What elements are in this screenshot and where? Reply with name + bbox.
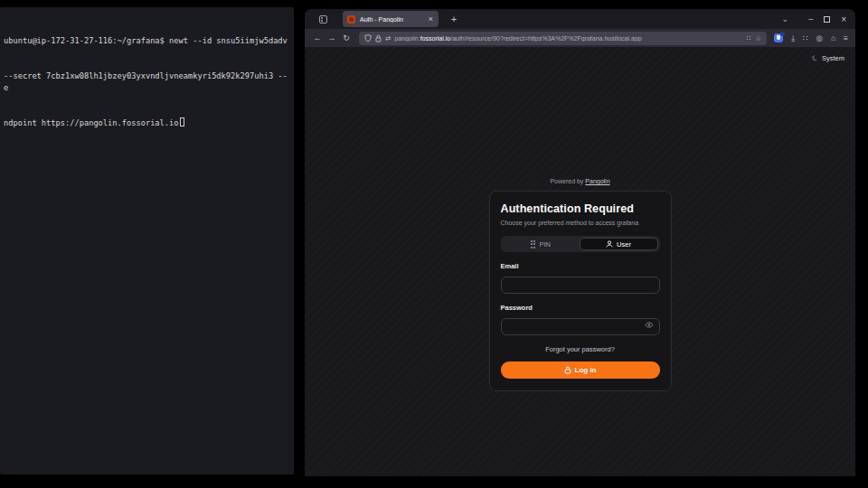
email-label: Email (501, 262, 660, 270)
email-field[interactable] (501, 277, 660, 294)
terminal-line: --secret 7cbz1xw08lh1jbzey03yxvndljvneam… (4, 70, 290, 94)
menu-icon[interactable]: ≡ (844, 33, 848, 42)
tracking-shield-icon[interactable] (364, 34, 372, 42)
profile-icon[interactable]: ◎ (816, 33, 822, 42)
screen: ubuntu@ip-172-31-27-116:~/grafana$ newt … (0, 0, 868, 488)
moon-icon: ☾ (810, 53, 819, 63)
theme-toggle-label: System (822, 54, 844, 62)
permissions-grid-icon[interactable]: ∷ (747, 34, 751, 42)
extensions-icon[interactable]: ⌂ (831, 33, 835, 42)
window-close-button[interactable]: × (841, 14, 846, 24)
terminal-line: ubuntu@ip-172-31-27-116:~/grafana$ newt … (4, 35, 290, 47)
navigation-bar: ← → ↻ ⇄ pangolin.fossorial.io/auth/resou… (305, 29, 855, 47)
swap-icon[interactable]: ⇄ (385, 34, 391, 42)
browser-window: Auth - Pangolin × + ⌄ – × ← → ↻ (305, 9, 855, 476)
bookmark-star-icon[interactable]: ☆ (756, 34, 762, 42)
page-content: ☾ System Powered by Pangolin Authenticat… (305, 47, 855, 476)
tab-title: Auth - Pangolin (360, 16, 428, 23)
password-field[interactable] (501, 318, 660, 335)
pangolin-favicon (347, 15, 355, 23)
card-title: Authentication Required (501, 202, 660, 215)
maximize-button[interactable] (824, 16, 830, 23)
forgot-password-link[interactable]: Forgot your password? (501, 345, 660, 353)
forward-button[interactable]: → (325, 33, 339, 42)
new-tab-button[interactable]: + (448, 14, 460, 24)
reload-button[interactable]: ↻ (339, 33, 354, 42)
tab-close-icon[interactable]: × (428, 14, 434, 23)
pangolin-link[interactable]: Pangolin (585, 178, 609, 184)
tab-user[interactable]: User (580, 238, 658, 250)
login-button[interactable]: Log in (501, 361, 660, 379)
firefox-view-icon[interactable] (316, 13, 330, 25)
theme-toggle[interactable]: ☾ System (812, 54, 844, 62)
extension-icon[interactable] (774, 33, 783, 42)
url-bar[interactable]: ⇄ pangolin.fossorial.io/auth/resource/90… (359, 32, 767, 45)
terminal-cursor (180, 117, 184, 127)
keypad-icon (531, 240, 536, 249)
user-icon (606, 240, 613, 248)
back-button[interactable]: ← (310, 33, 325, 42)
powered-by: Powered by Pangolin (305, 178, 855, 184)
show-password-icon[interactable] (645, 321, 654, 329)
auth-method-tabs: PIN User (501, 236, 660, 252)
lock-icon (564, 366, 571, 374)
terminal-line: ndpoint https://pangolin.fossorial.io (4, 117, 290, 129)
apps-grid-icon[interactable]: ∷ (803, 33, 807, 42)
auth-card: Authentication Required Choose your pref… (489, 191, 672, 391)
minimize-button[interactable]: – (808, 14, 813, 23)
list-tabs-icon[interactable]: ⌄ (782, 14, 789, 23)
terminal-window[interactable]: ubuntu@ip-172-31-27-116:~/grafana$ newt … (0, 7, 294, 474)
card-subtitle: Choose your preferred method to access g… (501, 220, 660, 226)
lock-icon[interactable] (375, 34, 382, 42)
tab-pin[interactable]: PIN (503, 238, 580, 250)
tab-bar: Auth - Pangolin × + ⌄ – × (305, 9, 855, 29)
url-text[interactable]: pangolin.fossorial.io/auth/resource/90?r… (394, 35, 741, 42)
tab-auth-pangolin[interactable]: Auth - Pangolin × (343, 11, 439, 27)
password-label: Password (501, 304, 660, 312)
downloads-icon[interactable]: ⤓ (791, 33, 795, 43)
